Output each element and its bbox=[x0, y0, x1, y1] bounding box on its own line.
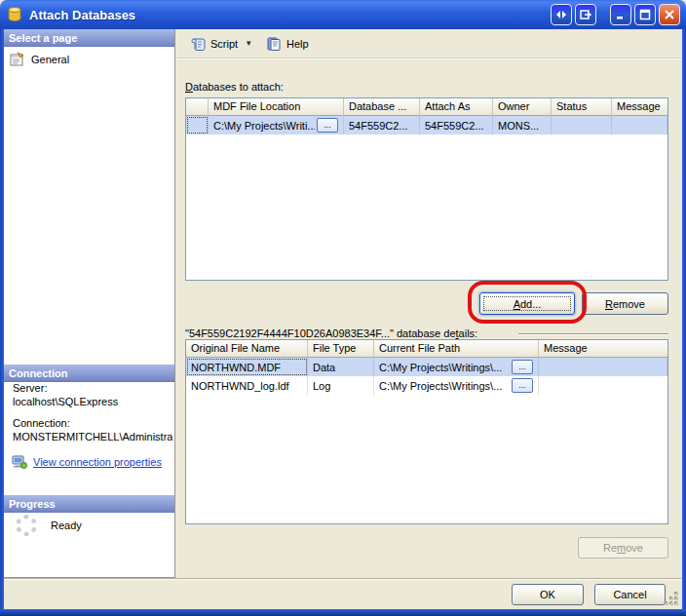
connection-header: Connection bbox=[4, 365, 174, 382]
grid2-header-row: Original File Name File Type Current Fil… bbox=[186, 340, 667, 358]
server-value: localhost\SQLExpress bbox=[13, 396, 118, 407]
details-separator-line bbox=[518, 333, 668, 335]
column-header-original-file-name[interactable]: Original File Name bbox=[186, 340, 308, 358]
message-cell[interactable] bbox=[612, 116, 667, 135]
column-header-owner[interactable]: Owner bbox=[493, 98, 552, 116]
popout-window-icon[interactable] bbox=[575, 4, 596, 25]
window-title: Attach Databases bbox=[29, 8, 135, 22]
status-cell[interactable] bbox=[552, 116, 612, 135]
table-row[interactable]: NORTHWND_log.ldf Log C:\My Projects\Writ… bbox=[186, 376, 667, 395]
window-border-right bbox=[682, 29, 686, 616]
column-header-current-file-path[interactable]: Current File Path bbox=[374, 340, 539, 358]
server-label: Server: bbox=[13, 382, 47, 394]
spinner-ring-icon bbox=[16, 515, 37, 536]
remove-button[interactable]: Remove bbox=[582, 292, 668, 315]
column-header-mdf-file-location[interactable]: MDF File Location bbox=[209, 98, 344, 116]
help-label: Help bbox=[286, 38, 309, 50]
add-button[interactable]: Add... bbox=[479, 292, 575, 315]
chevron-down-icon: ▼ bbox=[245, 39, 252, 48]
browse-button[interactable]: ... bbox=[512, 378, 533, 393]
close-icon[interactable] bbox=[659, 4, 680, 25]
remove-details-button[interactable]: Remove bbox=[578, 537, 668, 558]
minimize-icon[interactable] bbox=[610, 4, 631, 25]
column-header-file-type[interactable]: File Type bbox=[308, 340, 374, 358]
script-button[interactable]: Script ▼ bbox=[185, 33, 257, 55]
database-details-grid: Original File Name File Type Current Fil… bbox=[185, 339, 668, 524]
scroll-icon bbox=[190, 36, 206, 52]
resize-grip[interactable] bbox=[665, 592, 678, 605]
help-book-icon bbox=[266, 36, 282, 52]
column-header-selector[interactable] bbox=[186, 98, 209, 116]
sidebar: Select a page General Connection Server:… bbox=[4, 29, 175, 578]
connection-label: Connection: bbox=[13, 417, 70, 429]
progress-status: Ready bbox=[51, 520, 82, 531]
database-icon bbox=[6, 6, 23, 23]
message-cell[interactable] bbox=[539, 358, 667, 376]
dialog-footer: OK Cancel bbox=[4, 578, 682, 609]
column-header-status[interactable]: Status bbox=[552, 98, 612, 116]
browse-button[interactable]: ... bbox=[512, 360, 533, 374]
row-selector[interactable] bbox=[186, 116, 209, 135]
computer-monitor-icon bbox=[12, 454, 27, 470]
select-a-page-header: Select a page bbox=[4, 29, 174, 47]
progress-header: Progress bbox=[4, 495, 174, 513]
sidebar-item-general[interactable]: General bbox=[8, 51, 71, 68]
sidebar-item-label: General bbox=[31, 54, 69, 65]
dock-arrows-icon[interactable] bbox=[551, 4, 572, 25]
script-label: Script bbox=[210, 38, 238, 50]
current-file-path-cell[interactable]: C:\My Projects\Writings\... ... bbox=[374, 376, 539, 395]
column-header-database[interactable]: Database ... bbox=[344, 98, 420, 116]
column-header-message[interactable]: Message bbox=[612, 98, 667, 116]
table-row[interactable]: NORTHWND.MDF Data C:\My Projects\Writing… bbox=[186, 358, 667, 376]
column-header-attach-as[interactable]: Attach As bbox=[420, 98, 493, 116]
mdf-file-location-cell[interactable]: C:\My Projects\Writi... ... bbox=[209, 116, 344, 135]
owner-cell[interactable]: MONS... bbox=[493, 116, 552, 135]
dialog-body: Select a page General Connection Server:… bbox=[4, 29, 682, 609]
file-type-cell[interactable]: Log bbox=[308, 376, 374, 395]
original-file-name-cell[interactable]: NORTHWND_log.ldf bbox=[186, 376, 308, 395]
help-button[interactable]: Help bbox=[261, 33, 314, 55]
original-file-name-cell[interactable]: NORTHWND.MDF bbox=[186, 358, 308, 376]
attach-as-cell[interactable]: 54F559C2... bbox=[420, 116, 493, 135]
column-header-message[interactable]: Message bbox=[539, 340, 667, 358]
dialog-toolbar: Script ▼ Help bbox=[175, 29, 682, 58]
window-border-bottom bbox=[0, 609, 686, 616]
databases-to-attach-grid: MDF File Location Database ... Attach As… bbox=[185, 97, 668, 281]
ok-button[interactable]: OK bbox=[512, 584, 584, 605]
file-type-cell[interactable]: Data bbox=[308, 358, 374, 376]
maximize-icon[interactable] bbox=[634, 4, 656, 25]
browse-button[interactable]: ... bbox=[317, 118, 338, 133]
table-row[interactable]: C:\My Projects\Writi... ... 54F559C2... … bbox=[186, 116, 667, 135]
view-connection-properties-link[interactable]: View connection properties bbox=[33, 456, 162, 468]
database-cell[interactable]: 54F559C2... bbox=[344, 116, 420, 135]
cancel-button[interactable]: Cancel bbox=[594, 584, 666, 605]
attach-databases-dialog: Attach Databases Select a page bbox=[0, 0, 686, 616]
view-connection-properties[interactable]: View connection properties bbox=[12, 454, 162, 470]
databases-to-attach-label: Databases to attach: bbox=[185, 81, 284, 93]
current-file-path-cell[interactable]: C:\My Projects\Writings\... ... bbox=[374, 358, 539, 376]
grid1-header-row: MDF File Location Database ... Attach As… bbox=[186, 98, 667, 116]
connection-value: MONSTERMITCHELL\Administra bbox=[13, 431, 172, 443]
database-details-label: "54F559C2192F4444F10D26A0983E34F..." dat… bbox=[185, 327, 477, 339]
titlebar[interactable]: Attach Databases bbox=[0, 0, 686, 29]
property-page-icon bbox=[10, 52, 25, 67]
message-cell[interactable] bbox=[539, 376, 667, 395]
